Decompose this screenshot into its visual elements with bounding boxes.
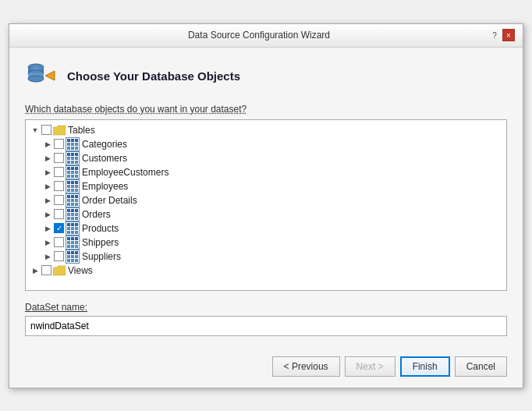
tree-node-orderdetails[interactable]: ▶Order Details — [27, 193, 505, 207]
node-label-products: Products — [82, 223, 119, 234]
close-button[interactable]: × — [502, 29, 515, 41]
expander-orderdetails[interactable]: ▶ — [43, 195, 52, 206]
expander-orders[interactable]: ▶ — [43, 209, 52, 220]
dataset-name-label: DataSet name: — [25, 302, 507, 313]
checkbox-employeecustomers[interactable] — [54, 167, 64, 177]
tree-container[interactable]: ▼Tables▶Categories▶Customers▶EmployeeCus… — [25, 119, 507, 291]
checkbox-suppliers[interactable] — [54, 251, 64, 261]
expander-tables[interactable]: ▼ — [30, 125, 40, 136]
expander-products[interactable]: ▶ — [43, 223, 52, 234]
svg-marker-6 — [45, 71, 55, 80]
tree-node-tables[interactable]: ▼Tables — [27, 123, 505, 137]
expander-shippers[interactable]: ▶ — [43, 237, 52, 248]
cancel-button[interactable]: Cancel — [455, 356, 507, 377]
header-title: Choose Your Database Objects — [67, 69, 240, 83]
dialog-footer: < Previous Next > Finish Cancel — [9, 349, 523, 388]
window-title: Data Source Configuration Wizard — [30, 30, 488, 41]
title-bar-buttons: ? × — [488, 29, 515, 41]
tree-node-views[interactable]: ▶Views — [27, 264, 505, 278]
tree-node-orders[interactable]: ▶Orders — [27, 207, 505, 221]
expander-categories[interactable]: ▶ — [43, 139, 52, 150]
node-label-employeecustomers: EmployeeCustomers — [82, 167, 168, 178]
next-button[interactable]: Next > — [345, 356, 395, 377]
expander-employeecustomers[interactable]: ▶ — [43, 167, 52, 178]
expander-views[interactable]: ▶ — [30, 265, 40, 276]
checkbox-categories[interactable] — [54, 139, 64, 149]
node-label-customers: Customers — [82, 153, 127, 164]
dialog-body: Choose Your Database Objects Which datab… — [9, 48, 523, 349]
tree-node-suppliers[interactable]: ▶Suppliers — [27, 250, 505, 264]
node-label-employees: Employees — [82, 181, 128, 192]
tree-node-employees[interactable]: ▶Employees — [27, 179, 505, 193]
question-label: Which database objects do you want in yo… — [25, 104, 507, 115]
svg-point-5 — [28, 76, 44, 82]
tree-node-employeecustomers[interactable]: ▶EmployeeCustomers — [27, 165, 505, 179]
checkbox-customers[interactable] — [54, 153, 64, 163]
help-button[interactable]: ? — [488, 29, 501, 41]
dataset-name-input[interactable] — [25, 316, 507, 336]
header-section: Choose Your Database Objects — [25, 60, 507, 93]
node-label-suppliers: Suppliers — [82, 251, 121, 262]
expander-customers[interactable]: ▶ — [43, 153, 52, 164]
tree-node-categories[interactable]: ▶Categories — [27, 137, 505, 151]
node-label-views: Views — [68, 265, 93, 276]
dialog-window: Data Source Configuration Wizard ? × — [9, 23, 523, 388]
tree-node-shippers[interactable]: ▶Shippers — [27, 236, 505, 250]
expander-employees[interactable]: ▶ — [43, 181, 52, 192]
checkbox-orderdetails[interactable] — [54, 195, 64, 205]
finish-button[interactable]: Finish — [400, 356, 450, 377]
tree-node-products[interactable]: ▶✓Products — [27, 221, 505, 236]
node-label-orders: Orders — [82, 209, 111, 220]
node-label-tables: Tables — [68, 125, 95, 136]
node-label-orderdetails: Order Details — [82, 195, 137, 206]
expander-suppliers[interactable]: ▶ — [43, 251, 52, 262]
checkbox-views[interactable] — [41, 265, 51, 275]
checkbox-products[interactable]: ✓ — [54, 223, 64, 233]
database-icon — [25, 60, 58, 93]
previous-button[interactable]: < Previous — [272, 356, 340, 377]
node-label-categories: Categories — [82, 139, 127, 150]
checkbox-orders[interactable] — [54, 209, 64, 219]
node-label-shippers: Shippers — [82, 237, 119, 248]
title-bar: Data Source Configuration Wizard ? × — [9, 24, 523, 48]
checkbox-employees[interactable] — [54, 181, 64, 191]
tree-node-customers[interactable]: ▶Customers — [27, 151, 505, 165]
checkbox-tables[interactable] — [41, 125, 51, 135]
dataset-section: DataSet name: — [25, 302, 507, 336]
checkbox-shippers[interactable] — [54, 237, 64, 247]
